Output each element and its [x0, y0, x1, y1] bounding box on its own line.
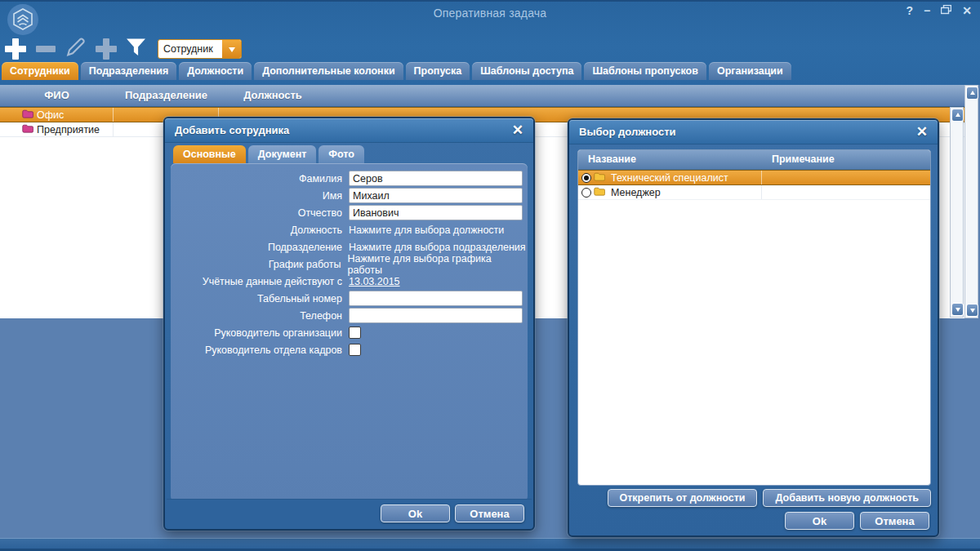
- tab-photo[interactable]: Фото: [318, 145, 364, 163]
- add-employee-dialog: Добавить сотрудника ✕ Основные Документ …: [163, 117, 535, 531]
- add-position-button[interactable]: Добавить новую должность: [763, 489, 931, 507]
- folder-pink-icon: [22, 109, 33, 121]
- entity-selector-value[interactable]: Сотрудник: [158, 40, 222, 58]
- tab-employees[interactable]: Сотрудники: [2, 62, 78, 80]
- table-scrollbar[interactable]: [950, 107, 964, 318]
- detach-position-button[interactable]: Открепить от должности: [608, 489, 758, 507]
- hr-head-checkbox[interactable]: [349, 344, 361, 356]
- position-name: Технический специалист: [611, 172, 728, 184]
- scroll-up-button[interactable]: [951, 109, 964, 122]
- tab-access-templates[interactable]: Шаблоны доступа: [472, 62, 581, 80]
- patronymic-field[interactable]: [349, 205, 523, 220]
- close-icon[interactable]: ✕: [512, 122, 523, 139]
- main-tabs: Сотрудники Подразделения Должности Допол…: [2, 62, 791, 80]
- department-select-link[interactable]: Нажмите для выбора подразделения: [349, 242, 526, 253]
- scroll-down-button[interactable]: [951, 303, 964, 316]
- toolbar: Сотрудник: [3, 36, 242, 62]
- folder-pink-icon: [22, 124, 33, 136]
- phone-label: Телефон: [171, 310, 349, 322]
- window-bottom-frame: [0, 538, 980, 551]
- folder-yellow-icon: [594, 172, 605, 184]
- personnel-number-label: Табельный номер: [171, 293, 349, 304]
- patronymic-label: Отчество: [171, 207, 349, 219]
- add-icon[interactable]: [3, 37, 28, 61]
- add-secondary-icon[interactable]: [94, 37, 118, 61]
- entity-selector[interactable]: Сотрудник: [158, 39, 242, 59]
- position-select-link[interactable]: Нажмите для выбора должности: [349, 224, 504, 236]
- column-header-name[interactable]: Название: [578, 150, 762, 169]
- folder-yellow-icon: [594, 187, 605, 198]
- surname-label: Фамилия: [171, 173, 349, 184]
- close-icon[interactable]: ✕: [916, 123, 928, 140]
- edit-icon[interactable]: [64, 36, 87, 62]
- employee-table-header: ФИО Подразделение Должность: [0, 85, 964, 107]
- column-header-note[interactable]: Примечание: [762, 150, 930, 169]
- credentials-date-link[interactable]: 13.03.2015: [349, 276, 400, 287]
- tab-extra-columns[interactable]: Дополнительные колонки: [254, 62, 403, 80]
- cancel-button[interactable]: Отмена: [455, 504, 524, 522]
- row-label: Предприятие: [37, 124, 100, 136]
- select-position-dialog: Выбор должности ✕ Название Примечание Те…: [568, 118, 939, 537]
- cancel-button[interactable]: Отмена: [860, 512, 929, 530]
- org-head-label: Руководитель организации: [171, 327, 349, 339]
- column-header-position[interactable]: Должность: [219, 85, 327, 106]
- tab-departments[interactable]: Подразделения: [81, 62, 177, 80]
- position-row-manager[interactable]: Менеджер: [578, 185, 930, 200]
- position-list-header: Название Примечание: [578, 150, 930, 170]
- dialog-title: Добавить сотрудника: [165, 118, 533, 142]
- firstname-label: Имя: [171, 190, 349, 202]
- tab-passes[interactable]: Пропуска: [406, 62, 470, 80]
- help-button[interactable]: ?: [906, 3, 914, 18]
- schedule-label: График работы: [171, 259, 347, 270]
- firstname-field[interactable]: [349, 188, 523, 203]
- close-window-button[interactable]: ✕: [962, 3, 972, 18]
- scroll-up-button[interactable]: [966, 87, 978, 100]
- radio-selected[interactable]: [581, 173, 591, 183]
- dialog-header: Добавить сотрудника ✕: [165, 118, 533, 143]
- position-actions: Открепить от должности Добавить новую до…: [569, 489, 938, 507]
- ok-button[interactable]: Ok: [785, 512, 854, 530]
- tab-positions[interactable]: Должности: [179, 62, 252, 80]
- dialog-footer: Ok Отмена: [167, 499, 532, 527]
- page-scrollbar[interactable]: [964, 85, 978, 318]
- schedule-select-link[interactable]: Нажмите для выбора графика работы: [347, 253, 528, 276]
- scroll-down-button[interactable]: [966, 304, 978, 317]
- window-title: Оперативная задача: [0, 7, 980, 20]
- title-bar: Оперативная задача ? − ✕: [0, 0, 980, 85]
- app-window: Оперативная задача ? − ✕: [0, 0, 980, 551]
- hr-head-label: Руководитель отдела кадров: [171, 344, 349, 356]
- credentials-date-label: Учётные данные действуют с: [171, 276, 349, 287]
- department-label: Подразделение: [171, 242, 349, 253]
- row-label: Офис: [37, 109, 64, 121]
- position-note: [762, 185, 930, 199]
- personnel-number-field[interactable]: [349, 291, 523, 306]
- dialog-footer: Ok Отмена: [569, 512, 938, 530]
- ok-button[interactable]: Ok: [381, 504, 450, 522]
- minimize-button[interactable]: −: [924, 3, 930, 18]
- filter-icon[interactable]: [126, 38, 146, 60]
- org-head-checkbox[interactable]: [349, 327, 361, 339]
- radio-unselected[interactable]: [581, 188, 591, 198]
- position-row-tech-specialist[interactable]: Технический специалист: [578, 170, 930, 185]
- tab-organizations[interactable]: Организации: [709, 62, 791, 80]
- restore-icon[interactable]: [941, 3, 951, 18]
- dialog-tabs: Основные Документ Фото: [173, 145, 364, 163]
- chevron-down-icon[interactable]: [222, 40, 241, 58]
- position-list: Название Примечание Технический специали…: [577, 149, 931, 486]
- dialog-header: Выбор должности ✕: [569, 120, 938, 144]
- remove-icon[interactable]: [35, 37, 56, 61]
- dialog-title: Выбор должности: [569, 120, 938, 144]
- tab-document[interactable]: Документ: [248, 145, 317, 163]
- position-note: [762, 171, 930, 184]
- phone-field[interactable]: [349, 308, 523, 323]
- surname-field[interactable]: [349, 171, 523, 186]
- position-label: Должность: [171, 224, 349, 236]
- position-name: Менеджер: [611, 187, 661, 198]
- dialog-form: Фамилия Имя Отчество Должность Нажмите д…: [171, 163, 528, 501]
- column-header-fio[interactable]: ФИО: [0, 85, 114, 106]
- column-header-department[interactable]: Подразделение: [114, 85, 219, 106]
- tab-pass-templates[interactable]: Шаблоны пропусков: [584, 62, 706, 80]
- window-controls: ? − ✕: [906, 3, 972, 18]
- tab-main[interactable]: Основные: [173, 145, 246, 163]
